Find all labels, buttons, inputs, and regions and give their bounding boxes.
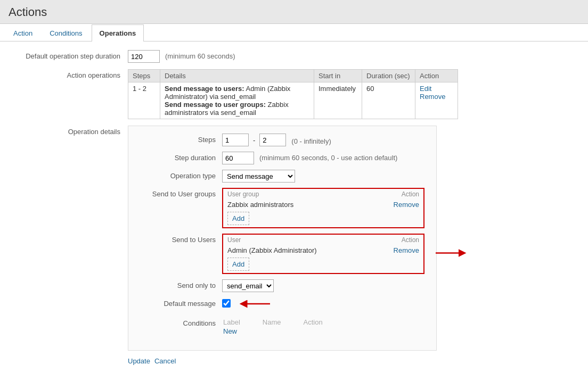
page-header: Actions bbox=[0, 0, 588, 24]
inner-step-duration-label: Step duration bbox=[137, 152, 222, 162]
cond-label-col: Label bbox=[223, 318, 262, 326]
op-duration: 60 bbox=[362, 82, 415, 119]
action-operations-content: Steps Details Start in Duration (sec) Ac… bbox=[128, 69, 577, 119]
operation-row: 1 - 2 Send message to users: Admin (Zabb… bbox=[128, 82, 458, 119]
col-details: Details bbox=[160, 70, 314, 82]
users-table: User Action Admin (Zabbix Administrator)… bbox=[223, 235, 423, 255]
bottom-links: Update Cancel bbox=[11, 357, 577, 365]
remove-link[interactable]: Remove bbox=[420, 93, 445, 101]
conditions-content: Label Name Action New bbox=[222, 317, 428, 336]
ug-name: Zabbix administrators bbox=[223, 200, 361, 210]
send-only-to-content: send_email All bbox=[222, 279, 428, 292]
steps-input-1[interactable] bbox=[222, 134, 249, 146]
send-only-to-label: Send only to bbox=[137, 279, 222, 289]
tabs-bar: Action Conditions Operations bbox=[0, 24, 588, 42]
send-users-content: User Action Admin (Zabbix Administrator)… bbox=[222, 234, 428, 274]
op-details-section: Steps - (0 - infinitely) Step duration (… bbox=[128, 126, 437, 351]
tab-action[interactable]: Action bbox=[5, 24, 40, 42]
op-details-line1: Send message to users: Admin (Zabbix Adm… bbox=[165, 85, 309, 101]
step-duration-row: Default operation step duration (minimum… bbox=[11, 50, 577, 63]
u-add-link[interactable]: Add bbox=[227, 258, 249, 271]
inner-op-type-row: Operation type Send message Remote comma… bbox=[137, 170, 428, 183]
inner-step-duration-content: (minimum 60 seconds, 0 - use action defa… bbox=[222, 152, 428, 164]
update-link[interactable]: Update bbox=[128, 357, 150, 365]
op-details: Send message to users: Admin (Zabbix Adm… bbox=[160, 82, 314, 119]
col-start-in: Start in bbox=[314, 70, 362, 82]
cond-name-col: Name bbox=[263, 318, 303, 326]
u-name: Admin (Zabbix Administrator) bbox=[223, 245, 371, 255]
tab-conditions[interactable]: Conditions bbox=[42, 24, 90, 42]
send-user-groups-row: Send to User groups User group Action bbox=[137, 188, 428, 228]
inner-steps-row: Steps - (0 - infinitely) bbox=[137, 134, 428, 146]
op-details-line2: Send message to user groups: Zabbix admi… bbox=[165, 101, 309, 117]
col-action: Action bbox=[415, 70, 458, 82]
operation-type-select[interactable]: Send message Remote command bbox=[222, 170, 295, 183]
send-only-to-select[interactable]: send_email All bbox=[222, 279, 274, 292]
default-message-label: Default message bbox=[137, 297, 222, 308]
step-duration-input[interactable] bbox=[128, 50, 160, 63]
operations-table: Steps Details Start in Duration (sec) Ac… bbox=[128, 69, 458, 119]
ug-remove-link[interactable]: Remove bbox=[394, 201, 419, 209]
conditions-table: Label Name Action New bbox=[222, 317, 345, 336]
action-operations-row: Action operations Steps Details Start in… bbox=[11, 69, 577, 119]
u-col-user: User bbox=[223, 235, 371, 245]
ug-col-action: Action bbox=[361, 189, 423, 200]
default-message-checkbox[interactable] bbox=[222, 299, 231, 308]
tab-operations[interactable]: Operations bbox=[92, 24, 144, 42]
ug-remove: Remove bbox=[361, 200, 423, 210]
u-remove-link[interactable]: Remove bbox=[394, 246, 419, 254]
conditions-label: Conditions bbox=[137, 317, 222, 327]
default-message-content bbox=[222, 297, 428, 312]
user-groups-table: User group Action Zabbix administrators … bbox=[223, 189, 423, 210]
steps-input-2[interactable] bbox=[259, 134, 286, 146]
inner-steps-content: - (0 - infinitely) bbox=[222, 134, 428, 146]
step-duration-content: (minimum 60 seconds) bbox=[128, 50, 577, 63]
send-users-label: Send to Users bbox=[137, 234, 222, 244]
inner-op-type-content: Send message Remote command bbox=[222, 170, 428, 183]
send-user-groups-label: Send to User groups bbox=[137, 188, 222, 198]
step-duration-hint2: (minimum 60 seconds, 0 - use action defa… bbox=[259, 152, 397, 162]
send-users-row: Send to Users User Action bbox=[137, 234, 428, 274]
user-row: Admin (Zabbix Administrator) Remove bbox=[223, 245, 423, 255]
red-arrow bbox=[436, 247, 468, 261]
send-only-to-row: Send only to send_email All bbox=[137, 279, 428, 292]
op-details-label: Operation details bbox=[11, 126, 128, 136]
conditions-row: Conditions Label Name Action bbox=[137, 317, 428, 336]
users-table-container: User Action Admin (Zabbix Administrator)… bbox=[222, 234, 424, 274]
main-content: Default operation step duration (minimum… bbox=[0, 42, 588, 373]
page-title: Actions bbox=[9, 5, 579, 19]
op-action-links: Edit Remove bbox=[415, 82, 458, 119]
step-duration-label: Default operation step duration bbox=[11, 50, 128, 60]
col-steps: Steps bbox=[128, 70, 160, 82]
default-message-row: Default message bbox=[137, 297, 428, 312]
inner-step-duration-row: Step duration (minimum 60 seconds, 0 - u… bbox=[137, 152, 428, 164]
col-duration: Duration (sec) bbox=[362, 70, 415, 82]
send-user-groups-content: User group Action Zabbix administrators … bbox=[222, 188, 428, 228]
user-group-row: Zabbix administrators Remove bbox=[223, 200, 423, 210]
steps-dash: - bbox=[251, 135, 257, 145]
op-start-in: Immediately bbox=[314, 82, 362, 119]
op-details-form: Steps - (0 - infinitely) Step duration (… bbox=[128, 126, 577, 351]
u-remove: Remove bbox=[371, 245, 423, 255]
op-details-row: Operation details Steps - (0 - infinitel… bbox=[11, 126, 577, 351]
cancel-link[interactable]: Cancel bbox=[154, 357, 176, 365]
steps-hint: (0 - infinitely) bbox=[291, 135, 331, 145]
ug-add-link[interactable]: Add bbox=[227, 212, 249, 225]
step-duration-hint: (minimum 60 seconds) bbox=[165, 50, 235, 60]
u-col-action: Action bbox=[371, 235, 423, 245]
op-steps: 1 - 2 bbox=[128, 82, 160, 119]
edit-link[interactable]: Edit bbox=[420, 85, 431, 93]
ug-col-group: User group bbox=[223, 189, 361, 200]
inner-op-type-label: Operation type bbox=[137, 170, 222, 180]
conditions-new-link[interactable]: New bbox=[223, 327, 237, 335]
cond-action-col: Action bbox=[304, 318, 344, 326]
checkbox-arrow bbox=[238, 297, 275, 312]
user-groups-table-container: User group Action Zabbix administrators … bbox=[222, 188, 424, 228]
step-duration-field[interactable] bbox=[222, 152, 254, 164]
action-operations-label: Action operations bbox=[11, 69, 128, 79]
inner-steps-label: Steps bbox=[137, 134, 222, 144]
